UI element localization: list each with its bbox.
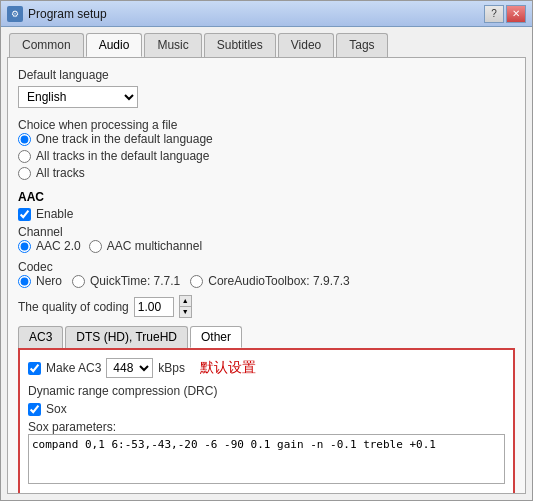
titlebar: ⚙ Program setup ? ✕ — [1, 1, 532, 27]
tab-subtitles[interactable]: Subtitles — [204, 33, 276, 57]
aac-multi-label: AAC multichannel — [107, 239, 202, 253]
inner-tab-ac3[interactable]: AC3 — [18, 326, 63, 348]
sox-row: Sox — [28, 402, 505, 416]
all-tracks-radio[interactable] — [18, 167, 31, 180]
aac-enable-row: Enable — [18, 207, 515, 221]
core-audio-radio[interactable] — [190, 275, 203, 288]
quicktime-radio[interactable] — [72, 275, 85, 288]
choice-all-default-row: All tracks in the default language — [18, 149, 515, 163]
make-ac3-checkbox[interactable] — [28, 362, 41, 375]
spinner-up[interactable]: ▲ — [180, 296, 191, 307]
quality-input[interactable] — [134, 297, 174, 317]
language-select[interactable]: English French German Spanish — [18, 86, 138, 108]
main-tab-bar: Common Audio Music Subtitles Video Tags — [1, 27, 532, 57]
quicktime-row: QuickTime: 7.7.1 — [72, 274, 180, 288]
tab-audio[interactable]: Audio — [86, 33, 143, 57]
inner-tab-dts[interactable]: DTS (HD), TrueHD — [65, 326, 188, 348]
default-language-label: Default language — [18, 68, 515, 82]
inner-tab-bar: AC3 DTS (HD), TrueHD Other — [18, 326, 515, 348]
channel-label: Channel — [18, 225, 515, 239]
aac-20-radio[interactable] — [18, 240, 31, 253]
titlebar-controls: ? ✕ — [484, 5, 526, 23]
quality-label: The quality of coding — [18, 300, 129, 314]
tab-tags[interactable]: Tags — [336, 33, 387, 57]
default-label: 默认设置 — [200, 359, 256, 377]
codec-row: Nero QuickTime: 7.7.1 CoreAudioToolbox: … — [18, 274, 515, 291]
nero-radio[interactable] — [18, 275, 31, 288]
aac-enable-label: Enable — [36, 207, 73, 221]
nero-row: Nero — [18, 274, 62, 288]
quality-row: The quality of coding ▲ ▼ — [18, 295, 515, 318]
quicktime-label: QuickTime: 7.7.1 — [90, 274, 180, 288]
quality-spinner[interactable]: ▲ ▼ — [179, 295, 192, 318]
tab-common[interactable]: Common — [9, 33, 84, 57]
core-audio-label: CoreAudioToolbox: 7.9.7.3 — [208, 274, 349, 288]
aac-enable-checkbox[interactable] — [18, 208, 31, 221]
one-track-label: One track in the default language — [36, 132, 213, 146]
aac-multi-radio[interactable] — [89, 240, 102, 253]
window-title: Program setup — [28, 7, 107, 21]
nero-label: Nero — [36, 274, 62, 288]
all-tracks-label: All tracks — [36, 166, 85, 180]
tab-video[interactable]: Video — [278, 33, 334, 57]
make-ac3-row: Make AC3 448 384 320 256 kBps 默认设置 — [28, 358, 505, 378]
default-language-row: English French German Spanish — [18, 86, 515, 108]
make-ac3-label: Make AC3 — [46, 361, 101, 375]
core-audio-row: CoreAudioToolbox: 7.9.7.3 — [190, 274, 349, 288]
drc-row: Dynamic range compression (DRC) — [28, 384, 505, 398]
tab-music[interactable]: Music — [144, 33, 201, 57]
all-tracks-default-label: All tracks in the default language — [36, 149, 209, 163]
choice-one-track-row: One track in the default language — [18, 132, 515, 146]
inner-tab-other[interactable]: Other — [190, 326, 242, 348]
program-setup-window: ⚙ Program setup ? ✕ Common Audio Music S… — [0, 0, 533, 501]
drc-label: Dynamic range compression (DRC) — [28, 384, 217, 398]
kbps-select[interactable]: 448 384 320 256 — [106, 358, 153, 378]
help-button[interactable]: ? — [484, 5, 504, 23]
window-icon: ⚙ — [7, 6, 23, 22]
other-panel: Make AC3 448 384 320 256 kBps 默认设置 Dynam… — [18, 348, 515, 494]
sox-params-label: Sox parameters: — [28, 420, 505, 434]
all-tracks-default-radio[interactable] — [18, 150, 31, 163]
choice-section: Choice when processing a file One track … — [18, 118, 515, 180]
spinner-down[interactable]: ▼ — [180, 307, 191, 317]
one-track-radio[interactable] — [18, 133, 31, 146]
codec-label: Codec — [18, 260, 515, 274]
close-button[interactable]: ✕ — [506, 5, 526, 23]
sox-label: Sox — [46, 402, 67, 416]
titlebar-left: ⚙ Program setup — [7, 6, 107, 22]
aac-section: AAC Enable Channel AAC 2.0 AAC multichan… — [18, 190, 515, 318]
aac-title: AAC — [18, 190, 515, 204]
sox-params-textarea[interactable] — [28, 434, 505, 484]
choice-all-row: All tracks — [18, 166, 515, 180]
channel-row: AAC 2.0 AAC multichannel — [18, 239, 515, 256]
aac-20-label: AAC 2.0 — [36, 239, 81, 253]
kbps-unit-label: kBps — [158, 361, 185, 375]
aac-20-row: AAC 2.0 — [18, 239, 81, 253]
audio-tab-content: Default language English French German S… — [7, 57, 526, 494]
choice-label: Choice when processing a file — [18, 118, 515, 132]
aac-multi-row: AAC multichannel — [89, 239, 202, 253]
sox-checkbox[interactable] — [28, 403, 41, 416]
